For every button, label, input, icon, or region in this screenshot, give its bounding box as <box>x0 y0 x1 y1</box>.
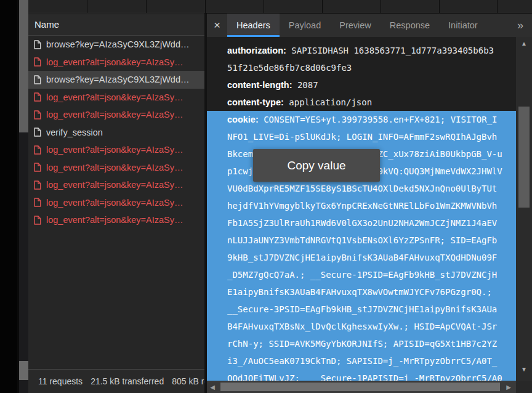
network-request-row[interactable]: log_event?alt=json&key=AIzaSy… <box>28 211 204 229</box>
request-name: log_event?alt=json&key=AIzaSy… <box>46 163 183 172</box>
document-icon <box>34 92 41 102</box>
top-header-cell <box>147 0 206 13</box>
header-line: _D5MZ7gQcQ7aA.; __Secure-1PSID=EAgFb9kHB… <box>207 266 516 283</box>
details-tab-bar: × HeadersPayloadPreviewResponseInitiator… <box>207 14 532 37</box>
scroll-down-icon[interactable]: ▼ <box>516 365 532 374</box>
request-list-panel: Name browse?key=AIzaSyC9XL3ZjWdd…log_eve… <box>28 14 204 393</box>
header-line: cookie: CONSENT=YES+yt.399739558.en+FX+8… <box>207 111 516 128</box>
network-panel: Name browse?key=AIzaSyC9XL3ZjWdd…log_eve… <box>28 0 532 393</box>
tab-headers[interactable]: Headers <box>227 14 280 37</box>
request-details-panel: × HeadersPayloadPreviewResponseInitiator… <box>207 14 532 393</box>
header-line: hejdfV1hYVmgyblkyTGx6YnpCRExNeGtNRElLbFo… <box>207 197 516 214</box>
header-line: B4FAHvuxqTXBsNx_lDvQclKghesxwIyXw.; HSID… <box>207 318 516 335</box>
document-icon <box>34 110 41 120</box>
top-header-cell <box>498 0 532 13</box>
network-request-row[interactable]: log_event?alt=json&key=AIzaSy… <box>28 54 204 71</box>
top-header-cell <box>87 0 147 13</box>
network-request-row[interactable]: log_event?alt=json&key=AIzaSy… <box>28 194 204 212</box>
header-line: i3_/AuOC5eaK0719CkTnD; SAPISID=j_-MrRTpy… <box>207 352 516 370</box>
network-request-row[interactable]: log_event?alt=json&key=AIzaSy… <box>28 141 204 159</box>
top-header-cell <box>264 0 323 13</box>
request-list-empty-area <box>28 229 204 370</box>
network-request-row[interactable]: log_event?alt=json&key=AIzaSy… <box>28 176 204 194</box>
scroll-right-icon[interactable]: ▶ <box>504 381 514 393</box>
top-header-cell <box>206 0 264 13</box>
header-line: authorization: SAPISIDHASH 1638563771_1d… <box>207 42 516 59</box>
request-name: log_event?alt=json&key=AIzaSy… <box>46 145 183 155</box>
top-header-cell <box>440 0 498 13</box>
headers-body: authorization: SAPISIDHASH 1638563771_1d… <box>207 37 532 381</box>
document-icon <box>34 163 41 172</box>
header-line: NFO1_LIVE=Di-pSlUKdJk; LOGIN_INFO=AFmmF2… <box>207 128 516 145</box>
document-icon <box>34 40 41 49</box>
devtools-window: Name browse?key=AIzaSyC9XL3ZjWdd…log_eve… <box>0 0 532 393</box>
header-name: cookie: <box>227 115 259 124</box>
request-name: browse?key=AIzaSyC9XL3ZjWdd… <box>46 39 190 49</box>
headers-content: authorization: SAPISIDHASH 1638563771_1d… <box>207 37 516 381</box>
transferred-size: 21.5 kB transferred <box>91 376 164 386</box>
scroll-up-icon[interactable]: ▲ <box>516 39 532 48</box>
vertical-scrollbar-thumb[interactable] <box>518 107 530 208</box>
request-name: log_event?alt=json&key=AIzaSy… <box>46 110 183 120</box>
header-name: content-type: <box>227 97 284 107</box>
copy-value-menu-item[interactable]: Copy value <box>253 149 380 182</box>
horizontal-scrollbar[interactable]: ◀ ▶ <box>207 381 516 393</box>
header-line: content-length: 2087 <box>207 76 516 94</box>
header-line: nLUJJaUNYZ3VmbTdNRGVtQ1VsbENsOXl6YzZPSnF… <box>207 232 516 249</box>
tab-payload[interactable]: Payload <box>280 14 330 37</box>
network-status-bar: 11 requests 21.5 kB transferred 805 kB r… <box>28 369 204 393</box>
top-header-cell <box>381 0 440 13</box>
document-icon <box>34 145 41 155</box>
header-line: VU0dBdXprRE5MZF15SE8yS1BScTU4OXlDekd5NXJ… <box>207 180 516 197</box>
name-column-header[interactable]: Name <box>28 14 204 36</box>
resources-size: 805 kB resources <box>172 376 204 386</box>
network-request-row[interactable]: log_event?alt=json&key=AIzaSy… <box>28 159 204 177</box>
header-line: QOdJQEiTWLvJZ; __Secure-1PAPISID=j_-MrRT… <box>207 370 516 381</box>
horizontal-scrollbar-thumb[interactable] <box>220 383 500 391</box>
tab-response[interactable]: Response <box>381 14 439 37</box>
network-request-row[interactable]: log_event?alt=json&key=AIzaSy… <box>28 106 204 124</box>
header-line: 9kHB_stJ7DVZNCjHE1aipyBnifsK3AUaB4FAHvux… <box>207 249 516 266</box>
header-line: 51f21e5de86fb7c8d06c9fe3 <box>207 59 516 76</box>
request-name: log_event?alt=json&key=AIzaSy… <box>46 57 183 67</box>
top-header-strip <box>28 0 532 14</box>
request-count: 11 requests <box>38 376 83 386</box>
document-icon <box>34 198 41 207</box>
network-request-row[interactable]: browse?key=AIzaSyC9XL3ZjWdd… <box>28 71 204 89</box>
vertical-scrollbar[interactable]: ▲ ▼ <box>516 37 532 381</box>
scroll-left-icon[interactable]: ◀ <box>208 381 217 393</box>
request-name: log_event?alt=json&key=AIzaSy… <box>46 92 183 102</box>
page-background <box>0 0 17 393</box>
window-scrollbar-segment[interactable] <box>19 361 28 380</box>
document-icon <box>34 216 41 225</box>
tab-initiator[interactable]: Initiator <box>439 14 487 37</box>
header-name: authorization: <box>227 46 286 55</box>
request-list: browse?key=AIzaSyC9XL3ZjWdd…log_event?al… <box>28 36 204 229</box>
header-name: content-length: <box>227 80 292 90</box>
document-icon <box>34 180 41 190</box>
request-name: log_event?alt=json&key=AIzaSy… <box>46 180 183 190</box>
header-line: Fb1A5SjZ3UlRraUh1RWd6V0lGX3o2UnU2NHA2WmJ… <box>207 214 516 232</box>
panel-split: Name browse?key=AIzaSyC9XL3ZjWdd…log_eve… <box>28 14 532 393</box>
general-headers: authorization: SAPISIDHASH 1638563771_1d… <box>207 37 516 111</box>
tab-strip: HeadersPayloadPreviewResponseInitiator <box>227 14 487 37</box>
window-scrollbar[interactable] <box>17 0 28 393</box>
close-icon[interactable]: × <box>207 14 227 37</box>
horizontal-scrollbar-row: ◀ ▶ <box>207 381 532 393</box>
document-icon <box>34 128 41 137</box>
request-name: verify_session <box>46 128 103 137</box>
more-tabs-icon[interactable]: » <box>509 14 532 37</box>
top-header-cell <box>28 0 87 13</box>
scrollbar-corner <box>516 381 532 393</box>
request-name: browse?key=AIzaSyC9XL3ZjWdd… <box>46 75 190 84</box>
network-request-row[interactable]: log_event?alt=json&key=AIzaSy… <box>28 89 204 107</box>
window-scrollbar-thumb[interactable] <box>19 0 28 132</box>
header-line: __Secure-3PSID=EAgFb9kHB_stJ7DVZNCjHE1ai… <box>207 301 516 318</box>
network-request-row[interactable]: browse?key=AIzaSyC9XL3ZjWdd… <box>28 36 204 54</box>
header-line: E1aipyBnifsK3AUaB4FAHvuxqTX8wVOwtmWJYCFv… <box>207 283 516 301</box>
document-icon <box>34 75 41 84</box>
request-name: log_event?alt=json&key=AIzaSy… <box>46 215 183 225</box>
tab-preview[interactable]: Preview <box>330 14 381 37</box>
top-header-cell <box>323 0 381 13</box>
network-request-row[interactable]: verify_session <box>28 124 204 142</box>
